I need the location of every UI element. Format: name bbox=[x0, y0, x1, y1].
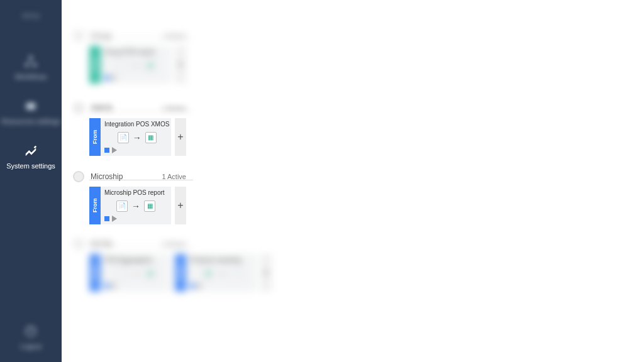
sidebar-item-logout[interactable]: Logout bbox=[0, 315, 62, 362]
target-icon: ▦ bbox=[145, 132, 157, 143]
play-icon[interactable] bbox=[112, 147, 117, 153]
play-icon[interactable] bbox=[112, 75, 117, 81]
section-toggle[interactable] bbox=[73, 238, 84, 250]
card-side-label: From bbox=[89, 118, 101, 156]
add-workflow-button[interactable]: + bbox=[175, 187, 186, 224]
nav-label: Workflows bbox=[15, 73, 47, 81]
arrow-icon: → bbox=[131, 60, 140, 70]
workflow-card[interactable]: From Group POS report 📄 → ▦ bbox=[89, 46, 171, 84]
workflow-icon bbox=[23, 54, 38, 69]
nav-label: Logout bbox=[20, 343, 42, 351]
card-flow-icons: 📄 → ▦ bbox=[104, 129, 169, 146]
source-icon: 📄 bbox=[116, 200, 128, 212]
card-title: Group POS report bbox=[104, 48, 167, 55]
card-title: Products reporting bbox=[190, 256, 253, 263]
section-toggle[interactable] bbox=[73, 30, 84, 41]
add-workflow-button[interactable]: + bbox=[260, 254, 272, 292]
section-toggle[interactable] bbox=[73, 171, 84, 182]
target-icon: ▦ bbox=[144, 60, 155, 71]
add-workflow-button[interactable]: + bbox=[175, 118, 186, 156]
section-name: Group bbox=[91, 31, 155, 40]
workflow-section: MuTek 2 Active From POS Aggregation 📄→▦ … bbox=[73, 238, 644, 292]
svg-rect-3 bbox=[26, 103, 36, 110]
logout-icon bbox=[23, 324, 38, 339]
stop-icon[interactable] bbox=[104, 75, 109, 80]
sidebar-item-system-settings[interactable]: System settings bbox=[0, 134, 62, 179]
workflow-card[interactable]: From Integration POS XMOS 📄 → ▦ bbox=[89, 118, 171, 156]
section-count: 1 Active bbox=[162, 173, 186, 180]
sidebar-item-resources[interactable]: Resources settings bbox=[0, 90, 62, 134]
sidebar: dstny Workflows Resources settings Syste… bbox=[0, 0, 62, 362]
nav-label: System settings bbox=[6, 162, 55, 170]
card-title: Integration POS XMOS bbox=[104, 121, 169, 128]
nav-label: Resources settings bbox=[1, 118, 60, 126]
resources-icon bbox=[23, 99, 38, 114]
stop-icon[interactable] bbox=[104, 216, 109, 221]
sidebar-item-workflows[interactable]: Workflows bbox=[0, 45, 62, 90]
workflow-section: XMOS 1 Active From Integration POS XMOS … bbox=[73, 102, 644, 156]
source-icon: 📄 bbox=[118, 132, 129, 143]
logo: dstny bbox=[22, 11, 40, 20]
card-side-label: From bbox=[89, 187, 101, 224]
card-flow-icons: 📄 → ▦ bbox=[104, 197, 167, 214]
card-title: POS Aggregation bbox=[104, 256, 167, 263]
card-flow-icons: 📄 → ▦ bbox=[104, 57, 167, 74]
card-side-label: From bbox=[89, 254, 101, 292]
section-count: 2 Active bbox=[162, 240, 186, 248]
card-side-label: From bbox=[175, 254, 186, 292]
card-side-label: From bbox=[89, 46, 101, 84]
section-name: Microship bbox=[91, 172, 155, 181]
workflow-section: Microship 1 Active From Microship POS re… bbox=[73, 171, 644, 224]
workflow-card[interactable]: From POS Aggregation 📄→▦ bbox=[89, 254, 171, 292]
stop-icon[interactable] bbox=[104, 148, 109, 153]
workflow-card[interactable]: From Microship POS report 📄 → ▦ bbox=[89, 187, 171, 224]
section-name: MuTek bbox=[91, 239, 155, 248]
arrow-icon: → bbox=[131, 201, 140, 211]
arrow-icon: → bbox=[133, 133, 142, 143]
section-count: 1 Active bbox=[162, 32, 186, 40]
source-icon: 📄 bbox=[116, 60, 128, 71]
workflow-card[interactable]: From Products reporting ▦→📄 bbox=[175, 254, 257, 292]
play-icon[interactable] bbox=[112, 216, 117, 222]
settings-icon bbox=[23, 143, 38, 158]
main-content: Group 1 Active From Group POS report 📄 →… bbox=[62, 0, 644, 362]
target-icon: ▦ bbox=[144, 200, 155, 212]
add-workflow-button[interactable]: + bbox=[175, 46, 186, 84]
workflow-section: Group 1 Active From Group POS report 📄 →… bbox=[73, 30, 644, 84]
card-title: Microship POS report bbox=[104, 189, 167, 196]
section-toggle[interactable] bbox=[73, 102, 84, 114]
svg-point-0 bbox=[29, 56, 33, 60]
